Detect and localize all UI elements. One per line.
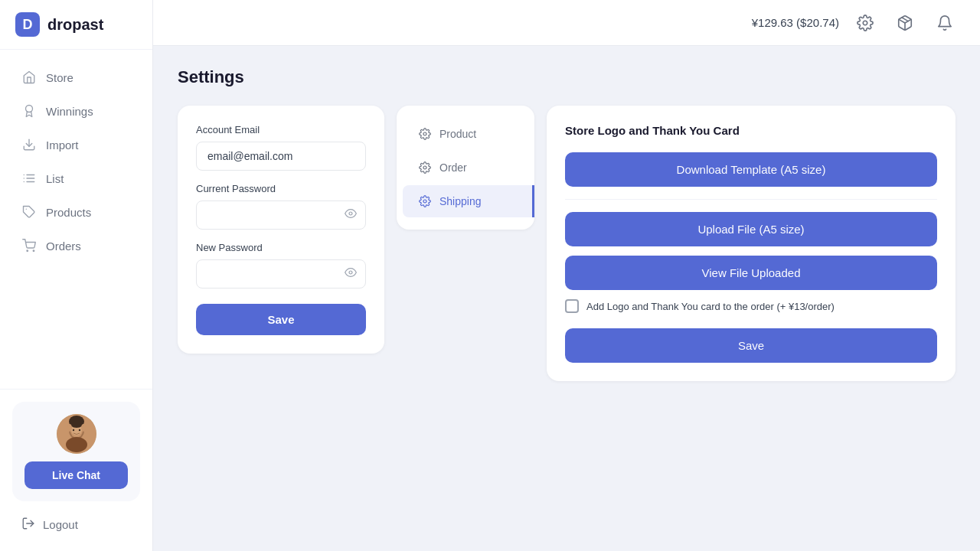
svg-point-28 [423,166,426,169]
current-password-input[interactable] [196,201,366,230]
sidebar-item-store-label: Store [46,71,74,84]
list-icon [21,171,37,186]
svg-point-14 [66,437,87,452]
checkbox-label: Add Logo and Thank You card to the order… [586,301,835,312]
nav-items: Store Winnings Import List [0,50,152,389]
gear-icon-order [418,161,432,174]
logo-checkbox[interactable] [565,299,579,313]
sidebar-item-import[interactable]: Import [6,129,146,160]
logo-save-button[interactable]: Save [565,328,937,363]
upload-file-button[interactable]: Upload File (A5 size) [565,212,937,246]
tag-icon [21,204,37,220]
sidebar-item-orders[interactable]: Orders [6,230,146,261]
svg-point-20 [81,424,86,432]
svg-point-26 [349,271,352,274]
package-icon[interactable] [891,9,919,37]
svg-point-25 [349,212,352,215]
tab-product-label: Product [439,128,476,140]
eye-icon-new[interactable] [345,266,357,282]
sidebar-item-orders-label: Orders [46,240,81,253]
sidebar-item-list-label: List [46,172,64,185]
logo-card: Store Logo and Thank You Card Download T… [547,106,956,381]
shopping-cart-icon [21,238,37,253]
svg-point-27 [423,132,426,135]
svg-point-10 [33,250,34,252]
view-file-button[interactable]: View File Uploaded [565,256,937,290]
current-password-wrapper [196,201,366,230]
tab-shipping[interactable]: Shipping [403,185,534,217]
sidebar-item-list[interactable]: List [6,163,146,194]
settings-row: Account Email Current Password New Passw… [178,106,956,381]
logout-label: Logout [43,518,78,531]
sidebar-item-winnings-label: Winnings [46,105,93,118]
sidebar: D dropast Store Winnings Import [0,0,153,551]
svg-point-22 [863,21,867,25]
logo-icon: D [15,12,40,37]
main-area: ¥129.63 ($20.74) Settings Account Email … [153,0,980,551]
svg-point-19 [67,424,72,432]
sidebar-item-products[interactable]: Products [6,197,146,227]
download-template-button[interactable]: Download Template (A5 size) [565,152,937,187]
account-save-button[interactable]: Save [196,304,366,335]
balance-display: ¥129.63 ($20.74) [752,16,839,29]
sidebar-item-store[interactable]: Store [6,62,146,93]
tab-order[interactable]: Order [403,152,528,184]
gear-icon-shipping [418,194,432,208]
sidebar-item-import-label: Import [46,139,79,152]
eye-icon-current[interactable] [345,207,357,223]
new-password-label: New Password [196,242,366,253]
download-icon [21,137,37,152]
svg-point-16 [72,429,74,431]
tab-product[interactable]: Product [403,118,528,150]
account-card: Account Email Current Password New Passw… [178,106,384,354]
divider [565,199,937,200]
page-title: Settings [178,67,956,87]
email-input[interactable] [196,142,366,171]
trophy-icon [21,103,37,119]
logo-card-title: Store Logo and Thank You Card [565,124,937,137]
logo-area: D dropast [0,0,152,50]
content-area: Settings Account Email Current Password … [153,46,980,551]
svg-point-9 [27,250,28,252]
header: ¥129.63 ($20.74) [153,0,980,46]
svg-point-29 [423,200,426,203]
sidebar-bottom: Live Chat Logout [0,389,152,551]
tab-order-label: Order [439,161,467,174]
email-label: Account Email [196,124,366,135]
live-chat-button[interactable]: Live Chat [24,461,128,489]
svg-point-17 [78,429,80,431]
bell-icon[interactable] [931,9,959,37]
svg-point-0 [26,106,33,112]
current-password-label: Current Password [196,183,366,194]
settings-tabs-card: Product Order Shipping [397,106,534,230]
svg-line-23 [902,17,908,21]
settings-icon-header[interactable] [851,9,879,37]
avatar [57,414,96,454]
sidebar-item-winnings[interactable]: Winnings [6,96,146,126]
logo-name: dropast [47,16,103,34]
live-chat-card: Live Chat [12,402,140,501]
checkbox-row: Add Logo and Thank You card to the order… [565,299,937,313]
store-icon [21,70,37,85]
tab-shipping-label: Shipping [439,195,482,207]
gear-icon-product [418,127,432,141]
logout-icon [21,517,35,533]
logout-item[interactable]: Logout [12,510,140,539]
new-password-wrapper [196,259,366,289]
new-password-input[interactable] [196,259,366,289]
sidebar-item-products-label: Products [46,206,91,219]
